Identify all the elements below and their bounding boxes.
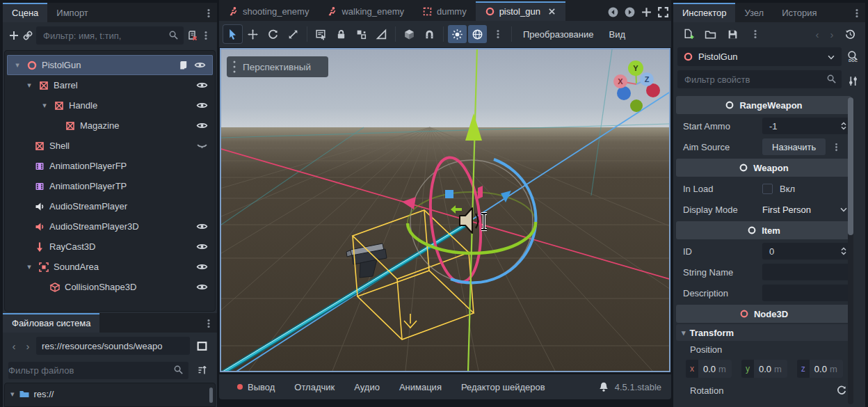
- history-back-button[interactable]: ‹: [8, 340, 19, 352]
- group-selected-button[interactable]: [352, 25, 371, 43]
- inspector-scrollbar-thumb[interactable]: [848, 97, 853, 235]
- spin-updown-icon[interactable]: [839, 246, 849, 256]
- lock-selected-button[interactable]: [332, 25, 351, 43]
- animation-button[interactable]: Анимация: [391, 378, 450, 395]
- view-menu[interactable]: Вид: [602, 25, 633, 43]
- expander-icon[interactable]: ▾: [10, 390, 15, 399]
- preview-environment-button[interactable]: [468, 25, 487, 43]
- tree-row-soundarea[interactable]: ▾ SoundArea: [5, 257, 215, 277]
- expander-icon[interactable]: ▾: [24, 81, 34, 90]
- visibility-eye-icon[interactable]: [196, 281, 208, 293]
- tree-row-animationplayertp[interactable]: AnimationPlayerTP: [5, 176, 215, 196]
- notification-bell-icon[interactable]: [598, 381, 609, 392]
- inspector-menu-button[interactable]: [849, 4, 865, 22]
- visibility-eye-icon[interactable]: [196, 241, 208, 253]
- tab-history[interactable]: История: [773, 3, 826, 22]
- id-spinbox[interactable]: 0: [762, 243, 851, 260]
- close-tab-icon[interactable]: [547, 7, 556, 16]
- transform-menu[interactable]: Преобразование: [516, 25, 601, 43]
- tree-row-collisionshape3d[interactable]: CollisionShape3D: [5, 277, 215, 297]
- new-scene-tab-button[interactable]: [638, 3, 654, 21]
- section-transform[interactable]: ▾ Transform: [676, 324, 851, 341]
- category-item[interactable]: Item: [676, 221, 851, 239]
- tab-filesystem[interactable]: Файловая система: [3, 313, 99, 333]
- visibility-eye-icon[interactable]: [196, 261, 208, 273]
- spin-updown-icon[interactable]: [839, 121, 849, 131]
- rotate-tool-button[interactable]: [264, 25, 282, 43]
- tree-row-handle[interactable]: ▾ Handle: [5, 95, 215, 115]
- file-sort-button[interactable]: [193, 361, 211, 379]
- file-filter-input[interactable]: [8, 362, 188, 379]
- edit-back-button[interactable]: ‹: [812, 29, 823, 40]
- edited-object-selector[interactable]: PistolGun: [677, 47, 842, 66]
- resource-extra-menu-button[interactable]: [746, 25, 764, 43]
- tab-inspector[interactable]: Инспектор: [673, 3, 735, 22]
- description-field[interactable]: [762, 285, 851, 301]
- audio-button[interactable]: Аудио: [346, 378, 388, 395]
- category-node3d[interactable]: Node3D: [676, 305, 851, 323]
- prev-scene-tab-button[interactable]: [604, 3, 621, 21]
- scale-tool-button[interactable]: [284, 25, 303, 43]
- list-select-tool-button[interactable]: [312, 25, 330, 43]
- filesystem-scrollbar-thumb[interactable]: [209, 388, 213, 403]
- revert-icon[interactable]: [836, 385, 847, 396]
- sun-environment-menu-button[interactable]: [488, 25, 507, 43]
- visibility-eye-icon[interactable]: [196, 99, 208, 111]
- clear-script-filter-button[interactable]: [186, 26, 198, 45]
- expander-icon[interactable]: ▾: [13, 61, 22, 70]
- visibility-eye-icon[interactable]: [194, 59, 206, 71]
- position-x-field[interactable]: x 0.0 m: [686, 360, 732, 378]
- expander-icon[interactable]: ▾: [24, 262, 34, 271]
- distraction-free-button[interactable]: [654, 3, 671, 21]
- toggle-split-mode-button[interactable]: [193, 337, 211, 355]
- scene-tab-pistol-gun[interactable]: pistol_gun: [476, 1, 565, 21]
- output-button[interactable]: Вывод: [229, 378, 283, 395]
- select-tool-button[interactable]: [223, 25, 242, 43]
- history-forward-button[interactable]: ›: [22, 340, 33, 352]
- new-resource-button[interactable]: [679, 25, 698, 43]
- string-name-field[interactable]: [762, 264, 851, 280]
- tree-row-barrel[interactable]: ▾ Barrel: [5, 75, 215, 95]
- open-docs-button[interactable]: DOC: [844, 47, 862, 65]
- perspective-menu[interactable]: Перспективный: [227, 56, 328, 77]
- vertical-dots-icon[interactable]: [831, 142, 842, 152]
- tab-scene[interactable]: Сцена: [3, 3, 47, 22]
- nav-axis-neg-z[interactable]: [617, 86, 631, 100]
- visibility-hidden-icon[interactable]: [196, 140, 208, 152]
- attached-script-icon[interactable]: [178, 60, 188, 70]
- ruler-tool-button[interactable]: [372, 25, 391, 43]
- save-resource-button[interactable]: [723, 25, 742, 43]
- inspector-tools-button[interactable]: [844, 72, 862, 90]
- tree-row-magazine[interactable]: Magazine: [5, 115, 215, 136]
- current-path-field[interactable]: [36, 337, 190, 355]
- add-node-button[interactable]: [8, 26, 19, 45]
- scene-dock-menu-button[interactable]: [200, 4, 217, 22]
- next-scene-tab-button[interactable]: [621, 3, 638, 21]
- tab-import[interactable]: Импорт: [47, 3, 97, 22]
- plane-handle-red[interactable]: [478, 186, 483, 199]
- scene-tab-walking-enemy[interactable]: walking_enemy: [318, 1, 413, 21]
- category-weapon[interactable]: Weapon: [676, 159, 851, 177]
- tree-row-shell[interactable]: Shell: [5, 136, 215, 156]
- snap-toggle-button[interactable]: [420, 25, 439, 43]
- assign-button[interactable]: Назначить: [762, 138, 826, 155]
- tree-row-animationplayerfp[interactable]: AnimationPlayerFP: [5, 156, 215, 176]
- display-mode-value[interactable]: First Person: [762, 205, 811, 215]
- nav-axis-neg-y[interactable]: [630, 99, 643, 112]
- instance-scene-button[interactable]: [22, 26, 33, 45]
- position-y-field[interactable]: y 0.0 m: [741, 360, 787, 378]
- tab-node[interactable]: Узел: [735, 3, 773, 22]
- visibility-eye-icon[interactable]: [196, 120, 208, 131]
- tree-row-pistolgun[interactable]: ▾ PistolGun: [7, 55, 213, 75]
- visibility-eye-icon[interactable]: [196, 221, 208, 232]
- tree-row-audiostreamplayer[interactable]: AudioStreamPlayer: [5, 196, 215, 216]
- in-load-checkbox[interactable]: [762, 184, 773, 194]
- tree-row-audiostreamplayer3d[interactable]: AudioStreamPlayer3D: [5, 216, 215, 237]
- object-history-button[interactable]: [841, 25, 860, 43]
- plane-handle-blue[interactable]: [445, 190, 453, 198]
- property-filter-input[interactable]: [677, 70, 842, 88]
- local-space-button[interactable]: [400, 25, 419, 43]
- scene-tab-dummy[interactable]: dummy: [413, 1, 476, 21]
- move-tool-button[interactable]: [243, 25, 262, 43]
- category-rangeweapon[interactable]: RangeWeapon: [676, 96, 851, 114]
